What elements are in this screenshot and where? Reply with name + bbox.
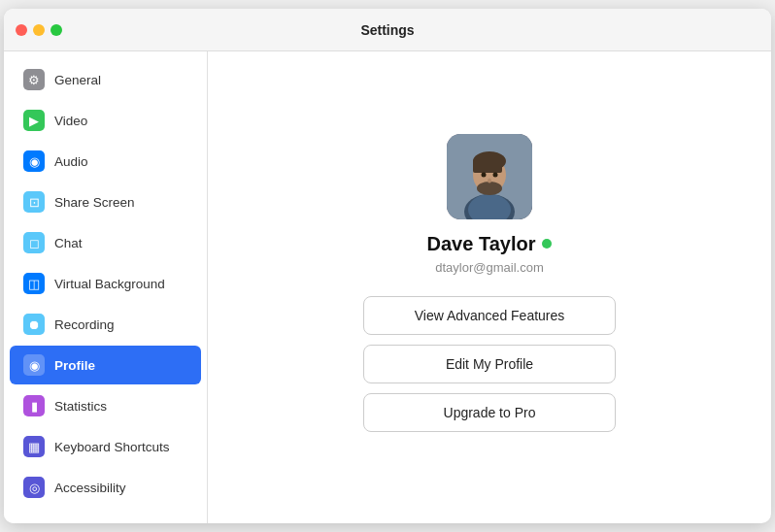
- sidebar-item-statistics[interactable]: ▮Statistics: [10, 386, 201, 425]
- sidebar-label-profile: Profile: [54, 358, 95, 373]
- svg-rect-6: [473, 159, 502, 173]
- svg-point-8: [482, 172, 487, 177]
- edit-profile-button[interactable]: Edit My Profile: [363, 345, 616, 383]
- titlebar: Settings: [4, 9, 771, 51]
- share-screen-icon: ⊡: [23, 191, 45, 213]
- accessibility-icon: ◎: [23, 477, 45, 498]
- profile-icon: ◉: [23, 354, 45, 376]
- profile-name: Dave Taylor: [427, 233, 536, 255]
- svg-point-9: [493, 172, 498, 177]
- sidebar-item-profile[interactable]: ◉Profile: [10, 346, 201, 384]
- sidebar-item-recording[interactable]: ⏺Recording: [10, 305, 201, 344]
- profile-name-row: Dave Taylor: [427, 233, 553, 255]
- sidebar-label-keyboard-shortcuts: Keyboard Shortcuts: [54, 440, 170, 454]
- window-title: Settings: [360, 22, 414, 38]
- sidebar-item-general[interactable]: ⚙General: [10, 60, 201, 99]
- view-advanced-button[interactable]: View Advanced Features: [363, 296, 616, 335]
- sidebar-item-virtual-background[interactable]: ◫Virtual Background: [10, 264, 201, 303]
- recording-icon: ⏺: [23, 314, 45, 335]
- sidebar-label-chat: Chat: [54, 236, 83, 250]
- maximize-button[interactable]: [51, 24, 62, 36]
- sidebar-item-share-screen[interactable]: ⊡Share Screen: [10, 183, 201, 221]
- traffic-lights: [16, 24, 62, 36]
- minimize-button[interactable]: [33, 24, 45, 36]
- sidebar-label-general: General: [54, 73, 101, 87]
- settings-window: Settings ⚙General▶Video◉Audio⊡Share Scre…: [4, 9, 771, 523]
- sidebar-item-chat[interactable]: ◻Chat: [10, 223, 201, 262]
- sidebar-label-share-screen: Share Screen: [54, 195, 135, 210]
- sidebar-item-audio[interactable]: ◉Audio: [10, 142, 201, 181]
- online-status-dot: [542, 239, 552, 249]
- svg-point-7: [477, 182, 502, 195]
- sidebar-label-video: Video: [54, 114, 87, 128]
- chat-icon: ◻: [23, 232, 45, 253]
- sidebar-label-statistics: Statistics: [54, 399, 107, 414]
- sidebar-item-accessibility[interactable]: ◎Accessibility: [10, 468, 201, 507]
- video-icon: ▶: [23, 110, 45, 131]
- keyboard-shortcuts-icon: ▦: [23, 436, 45, 457]
- upgrade-button[interactable]: Upgrade to Pro: [363, 393, 616, 432]
- profile-email: dtaylor@gmail.com: [435, 260, 543, 275]
- statistics-icon: ▮: [23, 395, 45, 416]
- main-content: Dave Taylor dtaylor@gmail.com View Advan…: [208, 51, 771, 523]
- sidebar-label-audio: Audio: [54, 154, 88, 169]
- sidebar-item-keyboard-shortcuts[interactable]: ▦Keyboard Shortcuts: [10, 427, 201, 466]
- audio-icon: ◉: [23, 150, 45, 172]
- close-button[interactable]: [16, 24, 27, 36]
- svg-point-10: [488, 178, 491, 183]
- sidebar-label-virtual-background: Virtual Background: [54, 277, 165, 291]
- body: ⚙General▶Video◉Audio⊡Share Screen◻Chat◫V…: [4, 51, 771, 523]
- sidebar-label-accessibility: Accessibility: [54, 481, 126, 495]
- virtual-background-icon: ◫: [23, 273, 45, 294]
- sidebar-label-recording: Recording: [54, 317, 115, 332]
- general-icon: ⚙: [23, 69, 45, 90]
- sidebar-item-video[interactable]: ▶Video: [10, 101, 201, 140]
- sidebar: ⚙General▶Video◉Audio⊡Share Screen◻Chat◫V…: [4, 51, 208, 523]
- avatar: [447, 134, 532, 219]
